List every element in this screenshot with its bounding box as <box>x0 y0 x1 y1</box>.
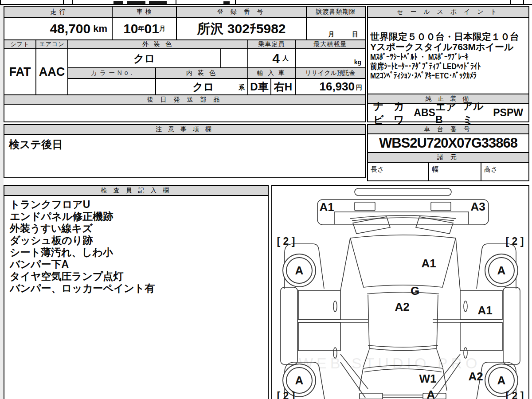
left-margin <box>0 0 4 399</box>
exterior-color-value: クロ <box>67 48 221 68</box>
inspector-header: 検 査 員 記 入 欄 <box>4 185 269 196</box>
tire-depth-front-right: [ 2 ] <box>506 235 524 247</box>
equipment-item: PW <box>507 107 523 119</box>
sales-line: 前席ｼｰﾄﾋｰﾀｰ･ｱﾀﾞﾌﾟﾃｨﾌﾞLEDﾍｯﾄﾞﾗｲﾄ <box>370 62 481 71</box>
color-no-header: カ ラ ー N o . <box>67 67 156 79</box>
interior-color-value: クロ 系 <box>155 78 248 95</box>
exterior-color-header: 外 装 色 <box>67 39 248 49</box>
sales-point-header: セ ー ル ス ポ イ ン ト <box>367 6 529 18</box>
inspector-line: ダッシュ板のり跡 <box>10 235 93 246</box>
tire-depth-rear-left: [ 2 ] <box>277 390 295 399</box>
roof-rear-edge <box>369 348 437 351</box>
roof-side-left <box>368 295 369 348</box>
tire-depth-rear-right: [ 2 ] <box>506 390 524 399</box>
equipment-item: PS <box>493 107 507 119</box>
shift-header: シフト <box>4 39 36 49</box>
damage-code-windshield: A1 <box>421 257 436 270</box>
import-car-value-1: D車 <box>247 78 271 95</box>
wheel-code-front-right: A <box>497 264 506 277</box>
sales-line: Mｽﾎﾟｰﾂｼｰﾄﾍﾞﾙﾄ ・ Mｽﾎﾟｰﾂﾌﾞﾚｰｷ <box>370 52 469 62</box>
auction-sheet: 走 行 車 検 登 録 番 号 譲渡書類期限 48,700km 10年 01月 … <box>0 0 532 399</box>
inspector-line: 外装うすい線キズ <box>10 223 93 235</box>
sales-line: Yスポークスタイル763Mホイール <box>370 42 513 52</box>
damage-code-rear-quarter: A2 <box>468 370 483 383</box>
specs-header: 諸 元 <box>367 152 529 163</box>
equipment-item: ABS <box>414 107 435 119</box>
cutoff-text-remnant <box>113 1 123 4</box>
later-parts-value <box>4 104 366 122</box>
car-diagram: WEB STUDIO PRO <box>272 186 528 399</box>
wiper-right <box>416 217 453 234</box>
shift-value: FAT <box>4 48 36 95</box>
chassis-value: WBS2U720X07G33868 <box>367 133 529 153</box>
spec-length-label: 長さ <box>371 165 384 174</box>
recycle-deposit-value: 16,930円 <box>295 78 366 95</box>
shaken-value: 10年 01月 <box>112 17 177 40</box>
windshield <box>350 235 456 287</box>
car-diagram-box: WEB STUDIO PRO <box>271 185 529 399</box>
wheel-code-rear-left: A <box>295 374 304 387</box>
wiper-left <box>353 217 390 234</box>
right-door-strip <box>503 287 520 364</box>
later-parts-header: 後 日 発 送 部 品 <box>4 94 366 105</box>
inspector-line: バンパー、ロッカーペイント有 <box>10 282 155 294</box>
registration-header: 登 録 番 号 <box>176 6 307 18</box>
max-load-header: 最大積載量 <box>295 39 366 49</box>
mileage-value: 48,700km <box>4 17 113 40</box>
spec-height-cell: 高さ <box>481 162 529 181</box>
genuine-equipment-row: ナビ カワ ABS エアB アルミ PS PW <box>367 103 529 122</box>
roof-rear-edge <box>368 345 438 347</box>
mileage-header: 走 行 <box>4 6 113 18</box>
wheel-code-rear-right: A <box>497 374 506 387</box>
exterior-color-sub-cell <box>220 48 248 68</box>
inspector-body: トランクフロアU エンドパネル修正機跡 外装うすい線キズ ダッシュ板のり跡 シー… <box>4 195 269 399</box>
notes-body: 検ステ後日 <box>4 134 366 178</box>
left-front-door-panel <box>298 290 340 320</box>
equipment-item: カワ <box>394 99 414 127</box>
cutoff-text-remnant <box>149 1 167 4</box>
equipment-item: エアB <box>435 100 463 126</box>
damage-code-rear-center: A <box>427 388 435 399</box>
left-door-strip <box>281 287 297 364</box>
wheel-code-front-left: A <box>295 264 304 277</box>
inspector-line: トランクフロアU <box>10 199 90 211</box>
inspector-line: バンパー下A <box>10 258 69 270</box>
color-no-value <box>67 78 156 95</box>
cowl-line <box>350 215 456 219</box>
cutoff-text-remnant <box>127 1 145 4</box>
a-pillar-right <box>456 238 460 290</box>
trunk-side-left <box>359 368 363 391</box>
aircon-value: AAC <box>35 48 68 95</box>
chassis-header: 車 台 番 号 <box>367 124 529 134</box>
sales-point-body: 世界限定５００台・日本限定１０台 Yスポークスタイル763Mホイール Mｽﾎﾟｰ… <box>367 17 529 94</box>
front-grille-left <box>355 202 375 211</box>
transfer-docs-value: 月 日 <box>306 17 366 40</box>
sales-line: M2ｺﾝﾍﾟﾃｨｼｮﾝ･ｽﾍﾟｱｷｰETC･ﾊﾞｯｸｶﾒﾗ <box>370 71 477 80</box>
shaken-header: 車 検 <box>112 6 177 18</box>
left-door-handle <box>333 301 337 312</box>
transfer-docs-header: 譲渡書類期限 <box>306 6 366 18</box>
left-rear-door-panel <box>298 322 340 351</box>
damage-code-right-door: A1 <box>477 304 492 317</box>
inspector-line: エンドパネル修正機跡 <box>10 211 113 223</box>
inspector-line: タイヤ空気圧ランプ点灯 <box>10 270 123 282</box>
recycle-deposit-header: リサイクル預託金 <box>295 67 366 79</box>
damage-code-roof: A2 <box>395 300 409 313</box>
import-car-header: 輸 入 車 <box>247 67 296 79</box>
inspector-line: シート薄汚れ、しわ小 <box>10 246 113 258</box>
spec-height-label: 高さ <box>484 165 497 174</box>
registration-value: 所沢 302ﾁ5982 <box>176 17 307 40</box>
right-door-handle <box>464 301 467 312</box>
notes-header: 注 意 事 項 欄 <box>4 124 366 135</box>
right-rear-door-panel <box>460 322 502 351</box>
import-car-value-2: 右H <box>270 78 296 95</box>
tire-depth-front-left: [ 2 ] <box>277 235 295 247</box>
spec-width-cell: 幅 <box>428 162 481 181</box>
a-pillar-left <box>340 238 350 290</box>
damage-code-front-right: A3 <box>470 200 485 213</box>
front-top-bar <box>355 188 451 196</box>
capacity-value: 4人 <box>247 48 296 68</box>
roof-front-edge <box>367 292 439 294</box>
sales-line: 世界限定５００台・日本限定１０台 <box>370 31 519 42</box>
damage-code-front-left: A1 <box>319 200 334 214</box>
